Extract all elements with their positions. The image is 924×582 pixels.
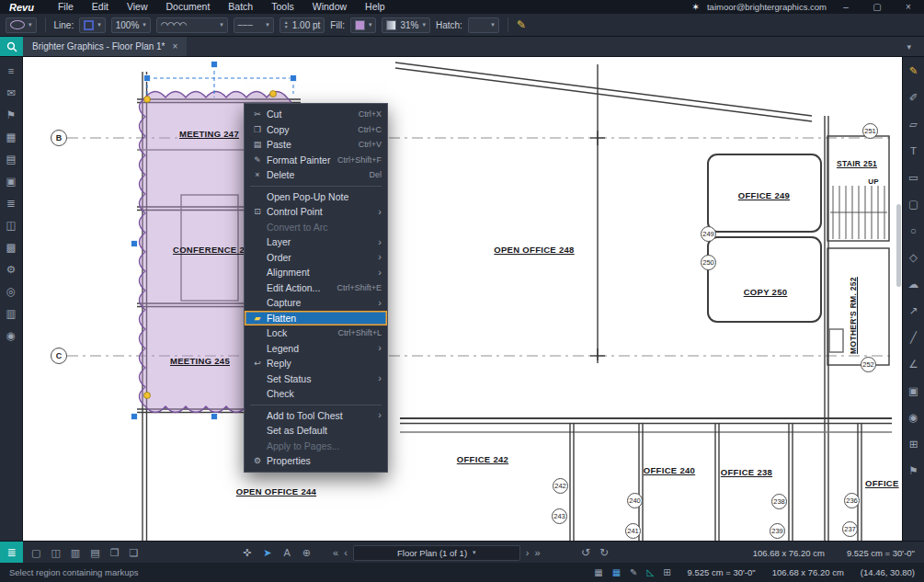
context-menu-item-set-as-default[interactable]: Set as Default [245,423,387,439]
last-page-button[interactable]: » [534,547,540,558]
grid-icon[interactable]: ▦ [594,567,602,577]
fill-color-picker[interactable]: ▾ [350,17,377,33]
links-panel-icon[interactable]: ◫ [4,219,18,232]
previous-page-button[interactable]: ‹ [344,547,348,558]
select-text-tool-icon[interactable]: A [283,547,290,558]
note-tool-icon[interactable]: ▭ [907,171,921,184]
pen-tool-icon[interactable]: ✎ [907,64,921,77]
context-menu-item-check[interactable]: Check [245,386,387,402]
dash-style-dropdown[interactable]: – – – ▾ [234,17,274,33]
context-menu-item-capture[interactable]: Capture › [245,295,387,311]
menu-tools[interactable]: Tools [262,0,303,14]
next-view-button[interactable]: ↻ [599,546,609,559]
context-menu-item-delete[interactable]: × Delete Del [245,167,387,183]
context-menu-item-lock[interactable]: Lock Ctrl+Shift+L [245,325,387,341]
tab-close-icon[interactable]: × [173,41,178,51]
capture-panel-icon[interactable]: ◉ [4,329,18,342]
cloud-tool-icon[interactable]: ☁ [907,278,921,291]
context-menu-item-copy[interactable]: ❐ Copy Ctrl+C [245,122,387,138]
context-menu-item-layer[interactable]: Layer › [245,234,387,250]
properties-panel-icon[interactable]: ⚙ [4,263,18,276]
multi-page-view-icon[interactable]: ▥ [71,547,80,559]
pdf-canvas[interactable]: MEETING 247 CONFERENCE 2 MEETING 245 OPE… [23,57,902,541]
snap-to-grid-icon[interactable]: ▦ [612,567,621,577]
snapshot-tool-icon[interactable]: ⊞ [907,438,921,451]
snap-to-markup-icon[interactable]: ⊞ [663,567,670,577]
context-menu-item-set-status[interactable]: Set Status › [245,371,387,387]
context-menu-item-alignment[interactable]: Alignment › [245,265,387,280]
menu-batch[interactable]: Batch [219,0,262,14]
image-tool-icon[interactable]: ▣ [907,384,921,397]
flag-tool-icon[interactable]: ⚑ [907,464,921,477]
markups-list-panel-icon[interactable]: ⚑ [4,108,18,121]
context-menu-item-open-popup-note[interactable]: Open Pop-Up Note [245,189,387,205]
select-tool-icon[interactable]: ➤ [263,547,271,559]
split-view-icon[interactable]: ▤ [90,547,99,559]
single-page-view-icon[interactable]: ▢ [31,547,40,559]
maximize-button[interactable]: ▢ [865,2,889,12]
line-color-picker[interactable]: ▾ [79,17,106,33]
search-button[interactable] [0,37,23,56]
spaces-panel-icon[interactable]: ▣ [4,175,18,188]
context-menu-item-properties[interactable]: ⚙ Properties [245,453,387,469]
previous-view-button[interactable]: ↺ [581,546,590,559]
side-by-side-view-icon[interactable]: ◫ [51,547,60,559]
menu-edit[interactable]: Edit [83,0,118,14]
duplicate-view-icon[interactable]: ❏ [130,547,139,559]
panel-grid-toggle-button[interactable]: ≣ [0,542,23,564]
hatch-dropdown[interactable]: ▾ [468,17,499,33]
markup-pen-icon[interactable]: ✎ [630,567,637,577]
context-menu-item-flatten[interactable]: ▰ Flatten [245,311,387,326]
context-menu-item-format-painter[interactable]: ✎ Format Painter Ctrl+Shift+F [245,153,387,168]
menu-view[interactable]: View [118,0,157,14]
bookmarks-panel-icon[interactable]: ▤ [4,153,18,165]
text-tool-icon[interactable]: T [907,144,921,157]
line-style-dropdown[interactable]: ◠◠◠◠ ▾ [156,17,228,33]
next-page-button[interactable]: › [526,547,530,558]
tool-chest-panel-icon[interactable]: ▩ [4,241,18,254]
menu-file[interactable]: File [49,0,83,14]
context-menu-item-control-point[interactable]: ⊡ Control Point › [245,204,387,220]
thumbnails-panel-icon[interactable]: ▦ [4,131,18,143]
tab-list-chevron-button[interactable]: ▾ [894,37,924,56]
context-menu-item-paste[interactable]: ▤ Paste Ctrl+V [245,137,387,153]
stamp-tool-icon[interactable]: ◉ [907,411,921,424]
file-access-panel-icon[interactable]: ✉ [4,86,18,99]
ellipse-tool-icon[interactable]: ○ [907,224,921,237]
highlighter-tool-icon[interactable]: ✐ [907,91,921,104]
rectangle-tool-icon[interactable]: ▢ [907,198,921,211]
arrow-tool-icon[interactable]: ↗ [907,304,921,317]
close-button[interactable]: × [896,2,920,12]
studio-panel-icon[interactable]: ◎ [4,285,18,298]
line-tool-icon[interactable]: ╱ [907,331,921,344]
eraser-tool-icon[interactable]: ▱ [907,118,921,131]
menu-window[interactable]: Window [303,0,356,14]
shape-tool-button[interactable]: ▾ [6,17,37,33]
line-opacity-dropdown[interactable]: 100% ▾ [111,17,151,33]
context-menu-item-edit-action[interactable]: Edit Action... Ctrl+Shift+E [245,280,387,296]
layers-panel-icon[interactable]: ≣ [4,197,18,210]
menu-help[interactable]: Help [356,0,394,14]
line-width-stepper[interactable]: ▲▼ 1.00 pt [279,17,325,33]
context-menu-item-cut[interactable]: ✂ Cut Ctrl+X [245,107,387,122]
measure-tool-icon[interactable]: ∠ [907,358,921,371]
polygon-tool-icon[interactable]: ◇ [907,251,921,264]
context-menu-item-legend[interactable]: Legend › [245,341,387,357]
detach-page-icon[interactable]: ❐ [110,547,120,559]
minimize-button[interactable]: – [834,2,858,12]
first-page-button[interactable]: « [333,547,338,558]
document-tab[interactable]: Brighter Graphics - Floor Plan 1* × [23,37,187,56]
measurements-panel-icon[interactable]: ▥ [4,307,18,320]
canvas-scrollbar[interactable] [896,204,901,287]
menu-document[interactable]: Document [157,0,220,14]
sidebar-menu-icon[interactable]: ≡ [4,64,18,77]
context-menu-item-add-to-tool-chest[interactable]: Add to Tool Chest › [245,408,387,424]
context-menu-item-order[interactable]: Order › [245,250,387,266]
snap-to-content-icon[interactable]: ◺ [646,567,654,577]
context-menu-item-reply[interactable]: ↩ Reply [245,356,387,371]
pan-tool-icon[interactable]: ✜ [243,547,251,559]
zoom-tool-icon[interactable]: ⊕ [302,547,311,559]
fill-opacity-dropdown[interactable]: 31% ▾ [382,17,430,33]
page-selector[interactable]: Floor Plan (1 of 1) ▾ [353,545,520,561]
highlighter-icon[interactable]: ✎ [517,18,526,31]
